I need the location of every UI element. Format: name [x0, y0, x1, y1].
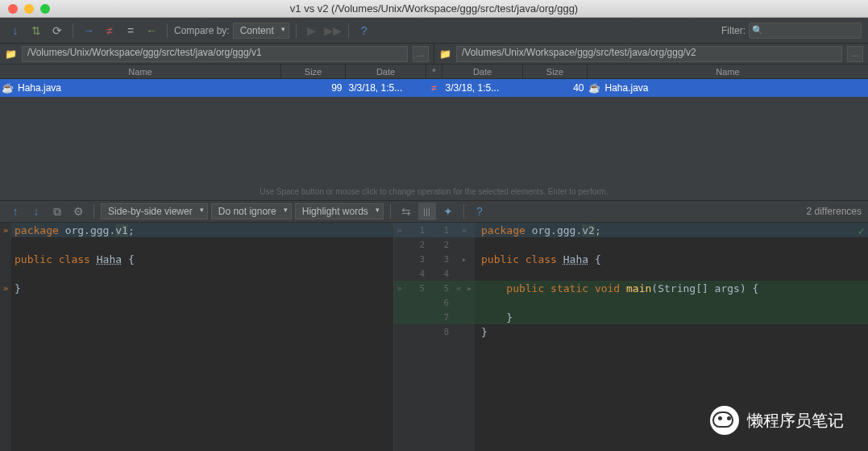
arrow-right-icon[interactable]: →: [80, 22, 98, 40]
code-line[interactable]: [475, 237, 868, 252]
copy-icon[interactable]: ⧉: [48, 203, 66, 220]
code-line[interactable]: }: [475, 324, 868, 339]
titlebar: v1 vs v2 (/Volumes/Unix/Workspace/ggg/sr…: [0, 0, 868, 18]
col-name-right[interactable]: Name: [588, 65, 868, 78]
main-toolbar: ↓ ⇅ ⟳ → ≠ = ← Compare by: Content ▶ ▶▶ ?…: [0, 18, 868, 44]
col-size-right[interactable]: Size: [523, 65, 588, 78]
gutter-line[interactable]: »44: [394, 266, 475, 281]
file-size-right: 40: [523, 82, 588, 94]
left-code-pane[interactable]: package org.ggg.v1;»public class Haha {}…: [0, 223, 394, 451]
diff-count: 2 differences: [807, 206, 862, 217]
file-name-left: Haha.java: [15, 82, 281, 94]
col-name-left[interactable]: Name: [0, 65, 281, 78]
diff-toolbar: ↑ ↓ ⧉ ⚙ Side-by-side viewer Do not ignor…: [0, 200, 868, 223]
col-size-left[interactable]: Size: [281, 65, 346, 78]
code-line[interactable]: [0, 266, 393, 281]
code-line[interactable]: package org.ggg.v2;: [475, 223, 868, 237]
not-equal-icon[interactable]: ≠: [101, 22, 118, 40]
play-icon[interactable]: ▶: [303, 22, 321, 40]
java-file-icon: ☕: [588, 82, 602, 94]
left-path-input[interactable]: /Volumes/Unix/Workspace/ggg/src/test/jav…: [22, 46, 408, 62]
compare-by-label: Compare by:: [174, 25, 230, 36]
sync-icon[interactable]: ⫼: [418, 203, 436, 220]
minimize-window-button[interactable]: [24, 4, 34, 14]
code-line[interactable]: public class Haha {: [475, 252, 868, 266]
gutter-line[interactable]: »6: [394, 295, 475, 310]
col-diff[interactable]: *: [426, 65, 442, 78]
code-line[interactable]: }: [475, 310, 868, 324]
filter-input[interactable]: [749, 23, 862, 39]
prev-diff-icon[interactable]: ↑: [6, 203, 24, 220]
refresh-icon[interactable]: ⟳: [48, 22, 66, 40]
maximize-window-button[interactable]: [40, 4, 50, 14]
window-title: v1 vs v2 (/Volumes/Unix/Workspace/ggg/sr…: [290, 2, 578, 15]
gutter-line[interactable]: »11«: [394, 223, 475, 237]
browse-right-button[interactable]: …: [847, 46, 863, 62]
file-list: ☕ Haha.java 99 3/3/18, 1:5... ≠ 3/3/18, …: [0, 79, 868, 200]
compare-by-select[interactable]: Content: [233, 23, 289, 39]
ignore-mode-select[interactable]: Do not ignore: [211, 203, 292, 219]
gutter-line[interactable]: »8: [394, 324, 475, 339]
chevron-right-icon[interactable]: »: [0, 281, 11, 295]
hint-text: Use Space button or mouse click to chang…: [0, 187, 868, 200]
gutter-line[interactable]: »55« ▸: [394, 281, 475, 295]
arrow-down-icon[interactable]: ↓: [6, 22, 24, 40]
code-line[interactable]: [475, 266, 868, 281]
filter-label: Filter:: [721, 25, 745, 36]
file-name-right: Haha.java: [602, 82, 869, 94]
code-line[interactable]: public static void main(String[] args) {: [475, 281, 868, 295]
code-line[interactable]: package org.ggg.v1;: [0, 223, 393, 237]
equal-icon[interactable]: =: [122, 22, 139, 40]
col-date-left[interactable]: Date: [346, 65, 426, 78]
find-icon[interactable]: ⚙: [69, 203, 87, 220]
file-row[interactable]: ☕ Haha.java 99 3/3/18, 1:5... ≠ 3/3/18, …: [0, 79, 868, 97]
code-line[interactable]: public class Haha {: [0, 252, 393, 266]
java-file-icon: ☕: [0, 82, 15, 94]
file-date-right: 3/3/18, 1:5...: [442, 82, 523, 94]
gear-icon[interactable]: ✦: [439, 203, 457, 220]
highlight-mode-select[interactable]: Highlight words: [295, 203, 384, 219]
code-line[interactable]: [475, 295, 868, 310]
code-diff-area: package org.ggg.v1;»public class Haha {}…: [0, 223, 868, 451]
file-size-left: 99: [281, 82, 346, 94]
search-icon: 🔍: [752, 25, 763, 35]
next-diff-icon[interactable]: ↓: [27, 203, 45, 220]
chevron-right-icon[interactable]: »: [0, 223, 11, 237]
gutter-line[interactable]: »22: [394, 237, 475, 252]
help-icon[interactable]: ?: [355, 22, 373, 40]
code-line[interactable]: [0, 237, 393, 252]
fast-forward-icon[interactable]: ▶▶: [324, 22, 342, 40]
path-bar: 📁 /Volumes/Unix/Workspace/ggg/src/test/j…: [0, 44, 868, 65]
collapse-icon[interactable]: ⇆: [397, 203, 415, 220]
file-date-left: 3/3/18, 1:5...: [346, 82, 426, 94]
gutter-line[interactable]: »33▸: [394, 252, 475, 266]
browse-left-button[interactable]: …: [413, 46, 429, 62]
help-icon[interactable]: ?: [471, 203, 488, 220]
code-line[interactable]: }: [0, 281, 393, 295]
close-window-button[interactable]: [8, 4, 18, 14]
arrow-left-icon[interactable]: ←: [143, 22, 160, 40]
right-code-pane[interactable]: ✓ package org.ggg.v2;public class Haha {…: [475, 223, 868, 451]
col-date-right[interactable]: Date: [442, 65, 523, 78]
folder-icon: 📁: [439, 48, 451, 60]
folder-icon: 📁: [5, 48, 17, 60]
sync-scroll-icon[interactable]: ⇅: [27, 22, 45, 40]
right-path-input[interactable]: /Volumes/Unix/Workspace/ggg/src/test/jav…: [456, 46, 842, 62]
diff-marker: ≠: [426, 82, 442, 94]
gutter-line[interactable]: »7: [394, 310, 475, 324]
diff-gutter: »11«»22»33▸»44»55« ▸»6»7»8: [394, 223, 475, 451]
file-list-header: Name Size Date * Date Size Name: [0, 65, 868, 79]
viewer-mode-select[interactable]: Side-by-side viewer: [101, 203, 208, 219]
